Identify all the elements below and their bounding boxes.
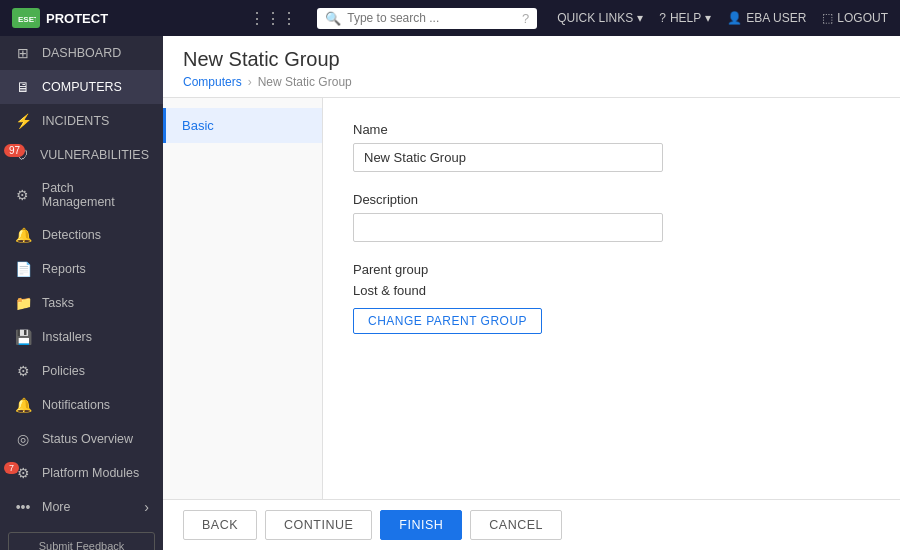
user-btn[interactable]: 👤 EBA USER (727, 11, 806, 25)
sidebar-item-label: Tasks (42, 296, 74, 310)
main-layout: ⊞ DASHBOARD 🖥 COMPUTERS ⚡ INCIDENTS 97 🛡… (0, 36, 900, 550)
quick-links-chevron-icon: ▾ (637, 11, 643, 25)
more-icon: ••• (14, 499, 32, 515)
sidebar-item-label: Platform Modules (42, 466, 139, 480)
sidebar-item-computers[interactable]: 🖥 COMPUTERS (0, 70, 163, 104)
user-icon: 👤 (727, 11, 742, 25)
computers-icon: 🖥 (14, 79, 32, 95)
grid-icon[interactable]: ⋮⋮⋮ (249, 9, 297, 28)
detections-icon: 🔔 (14, 227, 32, 243)
status-icon: ◎ (14, 431, 32, 447)
dashboard-icon: ⊞ (14, 45, 32, 61)
policies-icon: ⚙ (14, 363, 32, 379)
continue-button[interactable]: CONTINUE (265, 510, 372, 540)
search-input[interactable] (347, 11, 516, 25)
finish-button[interactable]: FINISH (380, 510, 462, 540)
help-icon: ? (659, 11, 666, 25)
description-label: Description (353, 192, 870, 207)
name-input[interactable] (353, 143, 663, 172)
content-area: New Static Group Computers › New Static … (163, 36, 900, 550)
sidebar-item-incidents[interactable]: ⚡ INCIDENTS (0, 104, 163, 138)
sidebar-item-label: More (42, 500, 70, 514)
sidebar-item-platform-modules[interactable]: 7 ⚙ Platform Modules (0, 456, 163, 490)
patch-icon: ⚙ (14, 187, 32, 203)
page-title: New Static Group (183, 48, 880, 71)
sidebar-item-label: VULNERABILITIES (40, 148, 149, 162)
sidebar-item-label: DASHBOARD (42, 46, 121, 60)
breadcrumb-current: New Static Group (258, 75, 352, 89)
back-button[interactable]: BACK (183, 510, 257, 540)
sidebar-item-status-overview[interactable]: ◎ Status Overview (0, 422, 163, 456)
vulnerabilities-badge: 97 (4, 144, 25, 157)
description-input[interactable] (353, 213, 663, 242)
page-header: New Static Group Computers › New Static … (163, 36, 900, 98)
parent-group-value: Lost & found (353, 283, 870, 298)
name-group: Name (353, 122, 870, 172)
tab-basic[interactable]: Basic (163, 108, 322, 143)
sidebar-item-label: Reports (42, 262, 86, 276)
sidebar-item-detections[interactable]: 🔔 Detections (0, 218, 163, 252)
logout-btn[interactable]: ⬚ LOGOUT (822, 11, 888, 25)
parent-group-group: Parent group Lost & found CHANGE PARENT … (353, 262, 870, 334)
sidebar-item-notifications[interactable]: 🔔 Notifications (0, 388, 163, 422)
search-box[interactable]: 🔍 ? (317, 8, 537, 29)
parent-group-label: Parent group (353, 262, 870, 277)
incidents-icon: ⚡ (14, 113, 32, 129)
form-sidebar: Basic (163, 98, 323, 499)
quick-links-btn[interactable]: QUICK LINKS ▾ (557, 11, 643, 25)
help-chevron-icon: ▾ (705, 11, 711, 25)
sidebar-item-reports[interactable]: 📄 Reports (0, 252, 163, 286)
breadcrumb: Computers › New Static Group (183, 75, 880, 89)
eset-logo-icon: ESET (12, 8, 40, 28)
sidebar-item-label: Status Overview (42, 432, 133, 446)
sidebar-item-label: INCIDENTS (42, 114, 109, 128)
form-main: Name Description Parent group Lost & fou… (323, 98, 900, 499)
topbar-right: QUICK LINKS ▾ ? HELP ▾ 👤 EBA USER ⬚ LOGO… (557, 11, 888, 25)
breadcrumb-computers-link[interactable]: Computers (183, 75, 242, 89)
sidebar-item-vulnerabilities[interactable]: 97 🛡 VULNERABILITIES (0, 138, 163, 172)
sidebar-item-patch-management[interactable]: ⚙ Patch Management (0, 172, 163, 218)
breadcrumb-separator: › (248, 75, 252, 89)
topbar: ESET PROTECT ⋮⋮⋮ 🔍 ? QUICK LINKS ▾ ? HEL… (0, 0, 900, 36)
sidebar-item-label: Patch Management (42, 181, 149, 209)
help-search-icon: ? (522, 11, 529, 26)
more-chevron-icon: › (144, 499, 149, 515)
sidebar-item-more[interactable]: ••• More › (0, 490, 163, 524)
sidebar-bottom: Submit Feedback ⟨⟨ COLLAPSE (0, 524, 163, 550)
sidebar-item-label: Installers (42, 330, 92, 344)
sidebar: ⊞ DASHBOARD 🖥 COMPUTERS ⚡ INCIDENTS 97 🛡… (0, 36, 163, 550)
form-footer: BACK CONTINUE FINISH CANCEL (163, 499, 900, 550)
sidebar-item-label: Notifications (42, 398, 110, 412)
sidebar-item-tasks[interactable]: 📁 Tasks (0, 286, 163, 320)
svg-text:ESET: ESET (18, 15, 36, 24)
sidebar-item-label: Policies (42, 364, 85, 378)
sidebar-item-label: Detections (42, 228, 101, 242)
sidebar-item-label: COMPUTERS (42, 80, 122, 94)
tasks-icon: 📁 (14, 295, 32, 311)
notifications-icon: 🔔 (14, 397, 32, 413)
description-group: Description (353, 192, 870, 242)
cancel-button[interactable]: CANCEL (470, 510, 562, 540)
change-parent-group-button[interactable]: CHANGE PARENT GROUP (353, 308, 542, 334)
sidebar-item-dashboard[interactable]: ⊞ DASHBOARD (0, 36, 163, 70)
search-icon: 🔍 (325, 11, 341, 26)
submit-feedback-btn[interactable]: Submit Feedback (8, 532, 155, 550)
installers-icon: 💾 (14, 329, 32, 345)
help-btn[interactable]: ? HELP ▾ (659, 11, 711, 25)
reports-icon: 📄 (14, 261, 32, 277)
form-container: Basic Name Description Parent group Lost… (163, 98, 900, 499)
app-name: PROTECT (46, 11, 108, 26)
platform-badge: 7 (4, 462, 19, 474)
sidebar-item-policies[interactable]: ⚙ Policies (0, 354, 163, 388)
logout-icon: ⬚ (822, 11, 833, 25)
name-label: Name (353, 122, 870, 137)
sidebar-item-installers[interactable]: 💾 Installers (0, 320, 163, 354)
logo: ESET PROTECT (12, 8, 108, 28)
